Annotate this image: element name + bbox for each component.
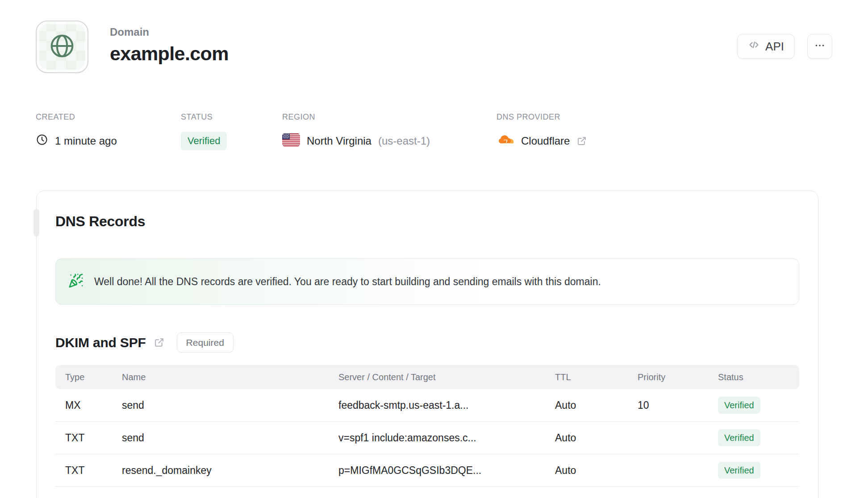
region-label: REGION <box>282 112 497 122</box>
api-button-label: API <box>765 40 784 54</box>
table-row: TXT send v=spf1 include:amazonses.c... A… <box>55 422 799 454</box>
table-row: TXT resend._domainkey p=MIGfMA0GCSqGSIb3… <box>55 454 799 487</box>
cell-content: feedback-smtp.us-east-1.a... <box>338 399 555 411</box>
dkim-spf-title: DKIM and SPF <box>55 335 146 350</box>
status-badge: Verified <box>718 429 760 446</box>
success-banner: Well done! All the DNS records are verif… <box>55 258 799 305</box>
cell-content: p=MIGfMA0GCSqGSIb3DQE... <box>338 465 555 477</box>
cell-status: Verified <box>718 429 799 446</box>
col-header-status: Status <box>718 372 799 382</box>
cell-name: send <box>122 399 338 411</box>
created-label: CREATED <box>36 112 181 122</box>
dns-provider-value: Cloudflare <box>521 135 570 147</box>
region-code: (us-east-1) <box>378 135 430 147</box>
col-header-ttl: TTL <box>555 372 638 382</box>
cell-ttl: Auto <box>555 465 638 477</box>
status-badge: Verified <box>718 462 760 479</box>
cell-type: TXT <box>65 432 122 444</box>
card-side-pill <box>33 209 39 237</box>
cell-status: Verified <box>718 397 799 414</box>
more-button[interactable] <box>807 34 832 59</box>
col-header-content: Server / Content / Target <box>338 372 555 382</box>
ellipsis-icon <box>814 40 826 53</box>
page-title: example.com <box>110 43 229 65</box>
globe-icon <box>48 32 76 62</box>
dns-provider-label: DNS PROVIDER <box>497 112 587 122</box>
dns-table-header: Type Name Server / Content / Target TTL … <box>55 365 799 389</box>
cell-name: send <box>122 432 338 444</box>
banner-message: Well done! All the DNS records are verif… <box>94 276 601 288</box>
page-header: Domain example.com API <box>0 0 868 73</box>
party-popper-icon <box>68 273 83 290</box>
meta-row: CREATED 1 minute ago STATUS Verified REG… <box>0 112 868 151</box>
code-icon <box>748 39 760 54</box>
api-button[interactable]: API <box>737 34 795 59</box>
col-header-priority: Priority <box>638 372 718 382</box>
clock-icon <box>36 133 48 149</box>
us-flag-icon <box>282 133 300 149</box>
status-badge: Verified <box>181 132 227 150</box>
dkim-spf-section-head: DKIM and SPF Required <box>55 332 799 353</box>
external-link-icon[interactable] <box>576 136 587 146</box>
required-badge: Required <box>177 332 234 353</box>
dns-table: Type Name Server / Content / Target TTL … <box>55 365 799 487</box>
col-header-name: Name <box>122 372 338 382</box>
cell-content: v=spf1 include:amazonses.c... <box>338 432 555 444</box>
created-value: 1 minute ago <box>55 135 117 147</box>
col-header-type: Type <box>65 372 122 382</box>
region-value: North Virginia <box>307 135 371 147</box>
external-link-icon[interactable] <box>154 337 165 348</box>
cell-name: resend._domainkey <box>122 465 338 477</box>
page-eyebrow: Domain <box>110 26 229 38</box>
domain-avatar <box>36 21 88 73</box>
dns-records-card: DNS Records Well done! All the DNS recor… <box>36 191 818 498</box>
status-label: STATUS <box>181 112 282 122</box>
cell-ttl: Auto <box>555 399 638 411</box>
table-row: MX send feedback-smtp.us-east-1.a... Aut… <box>55 389 799 422</box>
cell-type: TXT <box>65 465 122 477</box>
cell-type: MX <box>65 399 122 411</box>
cloudflare-icon <box>497 133 514 149</box>
dns-records-title: DNS Records <box>55 191 799 230</box>
cell-status: Verified <box>718 462 799 479</box>
status-badge: Verified <box>718 397 760 414</box>
cell-priority: 10 <box>638 399 718 411</box>
cell-ttl: Auto <box>555 432 638 444</box>
